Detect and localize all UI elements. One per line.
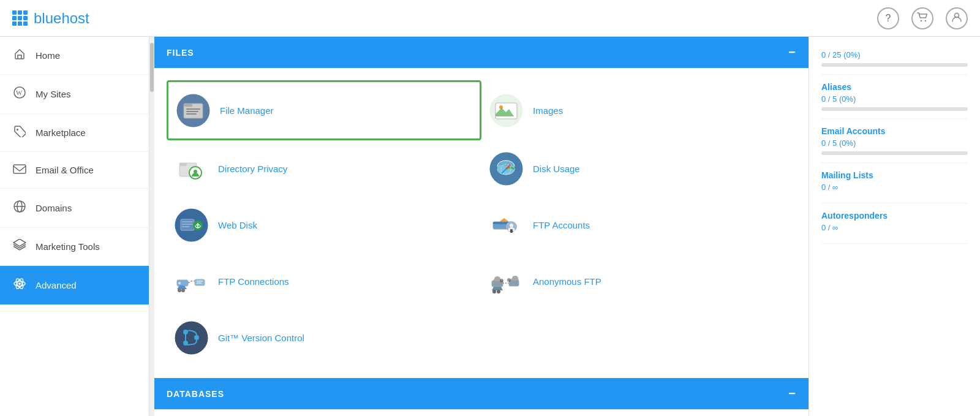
web-disk-label: Web Disk — [218, 220, 257, 230]
right-sidebar: 0 / 25 (0%) Aliases 0 / 5 (0%) Email Acc… — [809, 37, 980, 416]
images-item[interactable]: Images — [481, 80, 796, 140]
autoresponders-value: 0 / ∞ — [821, 223, 968, 232]
sidebar-marketplace-label: Marketplace — [36, 127, 86, 138]
storage-stat: 0 / 25 (0%) — [821, 43, 968, 75]
help-icon: ? — [886, 13, 891, 24]
logo-grid-icon — [12, 10, 28, 26]
middle-content: FILES − — [154, 37, 809, 416]
svg-rect-37 — [510, 229, 513, 233]
user-button[interactable] — [946, 7, 968, 29]
cart-icon — [917, 12, 928, 25]
email-accounts-value: 0 / 5 (0%) — [821, 138, 968, 148]
email-accounts-stat: Email Accounts 0 / 5 (0%) — [821, 119, 968, 163]
file-manager-item[interactable]: File Manager — [167, 80, 481, 140]
git-version-control-item[interactable]: Git™ Version Control — [167, 309, 481, 366]
databases-section-header: DATABASES − — [154, 378, 809, 409]
databases-collapse-button[interactable]: − — [788, 387, 796, 401]
aliases-bar — [821, 107, 968, 111]
svg-rect-15 — [184, 104, 192, 107]
svg-point-1 — [925, 20, 926, 21]
files-title: FILES — [167, 48, 194, 58]
files-items-grid: File Manager Images — [154, 68, 809, 378]
anonymous-ftp-item[interactable]: Anonymous FTP — [481, 253, 796, 309]
tag-icon — [12, 125, 27, 140]
mailing-lists-label: Mailing Lists — [821, 170, 968, 180]
web-disk-item[interactable]: Web Disk — [167, 197, 481, 253]
ftp-connections-item[interactable]: FTP Connections — [167, 253, 481, 309]
ftp-accounts-item[interactable]: FTP Accounts — [481, 197, 796, 253]
git-label: Git™ Version Control — [218, 333, 304, 343]
images-label: Images — [533, 105, 563, 116]
svg-rect-31 — [181, 219, 194, 230]
help-button[interactable]: ? — [877, 7, 899, 29]
files-collapse-button[interactable]: − — [788, 45, 796, 59]
main-layout: Home W My Sites — [0, 37, 980, 416]
storage-value: 0 / 25 (0%) — [821, 50, 968, 59]
autoresponders-stat: Autoresponders 0 / ∞ — [821, 203, 968, 244]
sidebar-home-label: Home — [36, 50, 60, 61]
wordpress-icon: W — [12, 86, 27, 102]
aliases-label: Aliases — [821, 82, 968, 92]
logo-area: bluehost — [12, 10, 89, 27]
svg-rect-23 — [179, 163, 187, 166]
svg-point-41 — [181, 289, 185, 292]
images-icon — [488, 92, 524, 129]
sidebar-container: Home W My Sites — [0, 37, 154, 416]
svg-point-39 — [178, 282, 181, 284]
svg-text:W: W — [16, 89, 23, 96]
svg-rect-6 — [13, 165, 26, 173]
svg-point-54 — [194, 335, 199, 340]
nav-icons: ? — [877, 7, 968, 29]
databases-section: DATABASES − — [154, 378, 809, 409]
anonymous-ftp-label: Anonymous FTP — [533, 276, 601, 287]
file-manager-icon — [175, 92, 211, 129]
disk-usage-item[interactable]: Disk Usage — [481, 140, 796, 197]
sidebar-marketing-label: Marketing Tools — [36, 241, 100, 252]
svg-point-46 — [497, 290, 500, 293]
sidebar-item-marketplace[interactable]: Marketplace — [0, 114, 149, 152]
sidebar-item-home[interactable]: Home — [0, 37, 149, 75]
svg-point-50 — [507, 278, 511, 282]
ftp-connections-icon — [173, 263, 209, 300]
sidebar-item-email-office[interactable]: Email & Office — [0, 152, 149, 189]
storage-bar — [821, 63, 968, 67]
databases-title: DATABASES — [167, 389, 224, 399]
sidebar-item-advanced[interactable]: Advanced — [0, 266, 149, 305]
svg-point-51 — [175, 321, 208, 354]
mailing-lists-value: 0 / ∞ — [821, 183, 968, 192]
ftp-accounts-label: FTP Accounts — [533, 220, 590, 230]
sidebar-advanced-label: Advanced — [36, 280, 77, 290]
files-section-header: FILES − — [154, 37, 809, 68]
git-icon — [173, 319, 209, 356]
aliases-stat: Aliases 0 / 5 (0%) — [821, 75, 968, 119]
sidebar-domains-label: Domains — [36, 203, 72, 213]
svg-rect-17 — [186, 111, 198, 112]
svg-rect-16 — [186, 108, 200, 110]
directory-privacy-item[interactable]: Directory Privacy — [167, 140, 481, 197]
ftp-accounts-icon — [488, 206, 524, 243]
sidebar-scroll-thumb[interactable] — [150, 43, 154, 92]
cart-button[interactable] — [911, 7, 933, 29]
sidebar-my-sites-label: My Sites — [36, 89, 71, 99]
envelope-icon — [12, 163, 27, 177]
files-section: FILES − — [154, 37, 809, 378]
disk-usage-icon — [488, 150, 524, 187]
sidebar-item-marketing[interactable]: Marketing Tools — [0, 228, 149, 266]
autoresponders-label: Autoresponders — [821, 211, 968, 221]
sidebar-scrollbar[interactable] — [149, 37, 154, 416]
svg-point-40 — [178, 289, 181, 292]
logo-text: bluehost — [34, 10, 89, 27]
web-disk-icon — [173, 206, 209, 243]
aliases-value: 0 / 5 (0%) — [821, 94, 968, 104]
home-icon — [12, 48, 27, 63]
sidebar-item-my-sites[interactable]: W My Sites — [0, 75, 149, 114]
ftp-connections-label: FTP Connections — [218, 276, 289, 287]
file-manager-label: File Manager — [220, 105, 274, 116]
user-icon — [951, 12, 962, 25]
email-accounts-bar — [821, 151, 968, 155]
sidebar-item-domains[interactable]: Domains — [0, 189, 149, 228]
email-accounts-label: Email Accounts — [821, 126, 968, 136]
svg-rect-42 — [195, 279, 205, 286]
directory-privacy-icon — [173, 150, 209, 187]
svg-point-0 — [921, 20, 922, 21]
